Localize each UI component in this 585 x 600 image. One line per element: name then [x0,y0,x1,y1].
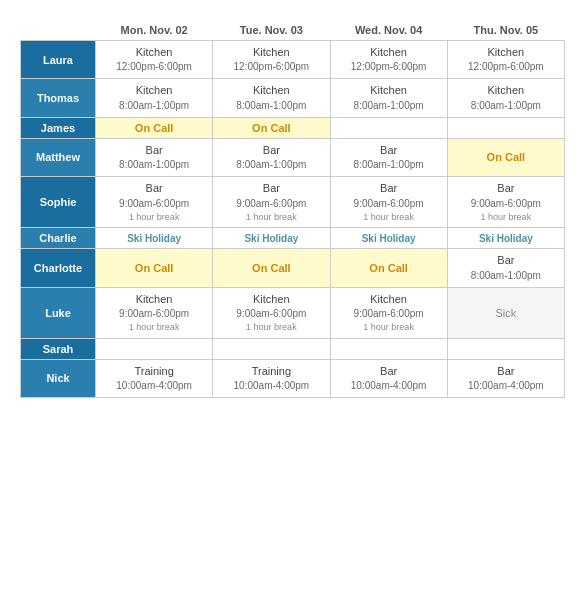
name-cell: Laura [21,41,96,79]
table-row: CharlotteOn CallOn CallOn CallBar8:00am-… [21,249,565,287]
schedule-cell: On Call [330,249,447,287]
schedule-cell: Kitchen8:00am-1:00pm [447,79,564,117]
table-row: MatthewBar8:00am-1:00pmBar8:00am-1:00pmB… [21,138,565,176]
schedule-cell: Sick [447,287,564,338]
schedule-cell: Kitchen8:00am-1:00pm [96,79,213,117]
schedule-cell: Ski Holiday [96,228,213,249]
table-row: Sarah [21,338,565,359]
table-row: LukeKitchen9:00am-6:00pm1 hour breakKitc… [21,287,565,338]
table-row: CharlieSki HolidaySki HolidaySki Holiday… [21,228,565,249]
schedule-cell: On Call [213,117,330,138]
name-cell: Luke [21,287,96,338]
schedule-cell: Bar10:00am-4:00pm [330,359,447,397]
schedule-cell: Bar9:00am-6:00pm1 hour break [96,177,213,228]
schedule-cell: On Call [96,249,213,287]
header-mon: Mon. Nov. 02 [96,20,213,41]
name-cell: Nick [21,359,96,397]
schedule-cell [447,338,564,359]
table-row: ThomasKitchen8:00am-1:00pmKitchen8:00am-… [21,79,565,117]
schedule-cell: Kitchen12:00pm-6:00pm [330,41,447,79]
schedule-cell: Bar10:00am-4:00pm [447,359,564,397]
schedule-cell: Kitchen9:00am-6:00pm1 hour break [213,287,330,338]
schedule-cell [96,338,213,359]
name-cell: Charlotte [21,249,96,287]
schedule-cell: Kitchen8:00am-1:00pm [330,79,447,117]
table-row: NickTraining10:00am-4:00pmTraining10:00a… [21,359,565,397]
schedule-cell: Bar9:00am-6:00pm1 hour break [330,177,447,228]
schedule-cell: On Call [447,138,564,176]
header-tue: Tue. Nov. 03 [213,20,330,41]
schedule-cell: Training10:00am-4:00pm [96,359,213,397]
schedule-cell: Ski Holiday [447,228,564,249]
header-thu: Thu. Nov. 05 [447,20,564,41]
table-row: SophieBar9:00am-6:00pm1 hour breakBar9:0… [21,177,565,228]
schedule-cell [447,117,564,138]
schedule-cell: Kitchen9:00am-6:00pm1 hour break [330,287,447,338]
schedule-cell: Kitchen12:00pm-6:00pm [213,41,330,79]
name-cell: Matthew [21,138,96,176]
schedule-cell: Kitchen8:00am-1:00pm [213,79,330,117]
schedule-cell: On Call [96,117,213,138]
name-cell: Charlie [21,228,96,249]
schedule-cell: Training10:00am-4:00pm [213,359,330,397]
header-row: Mon. Nov. 02 Tue. Nov. 03 Wed. Nov. 04 T… [21,20,565,41]
name-cell: Sarah [21,338,96,359]
schedule-cell: Bar8:00am-1:00pm [213,138,330,176]
header-wed: Wed. Nov. 04 [330,20,447,41]
schedule-cell: On Call [213,249,330,287]
schedule-cell [330,338,447,359]
schedule-cell [330,117,447,138]
schedule-cell [213,338,330,359]
name-cell: Sophie [21,177,96,228]
schedule-cell: Ski Holiday [330,228,447,249]
schedule-cell: Bar8:00am-1:00pm [330,138,447,176]
schedule-cell: Kitchen12:00pm-6:00pm [96,41,213,79]
schedule-table: Mon. Nov. 02 Tue. Nov. 03 Wed. Nov. 04 T… [20,20,565,398]
schedule-cell: Kitchen12:00pm-6:00pm [447,41,564,79]
table-row: JamesOn CallOn Call [21,117,565,138]
name-cell: Thomas [21,79,96,117]
schedule-cell: Ski Holiday [213,228,330,249]
schedule-cell: Bar8:00am-1:00pm [96,138,213,176]
schedule-cell: Kitchen9:00am-6:00pm1 hour break [96,287,213,338]
schedule-cell: Bar9:00am-6:00pm1 hour break [213,177,330,228]
header-name-col [21,20,96,41]
name-cell: James [21,117,96,138]
schedule-cell: Bar9:00am-6:00pm1 hour break [447,177,564,228]
schedule-cell: Bar8:00am-1:00pm [447,249,564,287]
table-row: LauraKitchen12:00pm-6:00pmKitchen12:00pm… [21,41,565,79]
